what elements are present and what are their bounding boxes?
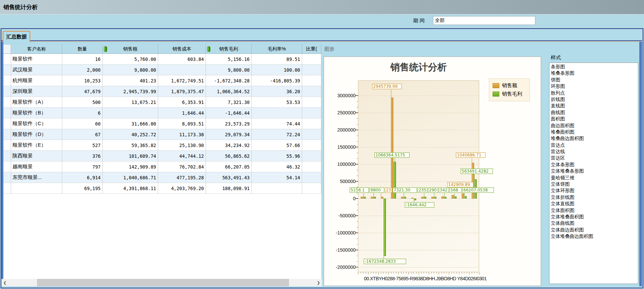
table-row[interactable]: 顺景软件（A）50013,675.216,353.917,321.3053.53 (3, 97, 321, 108)
grid-line (358, 96, 479, 96)
cell-proportion (302, 65, 321, 75)
data-label: -1646.442 (405, 202, 434, 208)
table-total-row[interactable]: 69,1954,391,868.114,203,769.20188,098.91 (3, 183, 321, 194)
bar-sales-11 (472, 163, 474, 198)
style-list-item[interactable]: 直线图 (549, 103, 638, 109)
style-list-item[interactable]: 堆叠条形图 (549, 70, 638, 76)
column-header-margin-pct[interactable]: 毛利率% (252, 45, 302, 54)
style-list-item[interactable]: 堆叠面积图 (549, 129, 638, 135)
style-list-item[interactable]: 条形图 (549, 64, 638, 70)
cell-sales-cost: 76,702.84 (158, 161, 206, 172)
y-axis-minor-tick (357, 158, 358, 159)
y-axis-label: 1500000 (326, 144, 356, 150)
cell-quantity: 16 (62, 54, 103, 65)
style-list-item[interactable]: 堆叠曲边面积图 (549, 135, 638, 142)
table-row[interactable]: 顺景软件（D）6740,252.7211,173.3829,079.3472.2… (3, 129, 321, 140)
column-header-sales-amount[interactable]: 销售额 (103, 45, 158, 54)
style-list-item[interactable]: 立体环形图 (549, 187, 638, 194)
cell-row-header (3, 151, 11, 161)
x-axis-tick (472, 272, 472, 274)
style-list-item[interactable]: 折线图 (549, 96, 638, 103)
style-list-item[interactable]: 立体饼图 (549, 181, 638, 187)
grid-line (358, 250, 479, 250)
table-row[interactable]: 越南顺景797142,909.8976,702.8466,207.0546.32 (3, 161, 321, 172)
x-axis-tick (477, 272, 477, 274)
grid-line (358, 130, 479, 130)
table-row[interactable]: 顺景软件（C）6031,666.808,093.5123,573.2974.44 (3, 118, 321, 129)
y-axis-minor-tick (357, 170, 358, 170)
cell-customer-name (11, 183, 62, 194)
cell-margin-pct: 100.00 (252, 65, 302, 75)
cell-quantity: 69,195 (62, 183, 103, 194)
style-list-item[interactable]: 曲线图 (549, 109, 638, 116)
column-header-sales-cost[interactable]: 销售成本 (158, 45, 206, 54)
table-row[interactable]: 顺景软件165,760.00603.845,156.1689.51 (3, 54, 321, 65)
style-list-item[interactable]: 立体曲线图 (549, 220, 638, 226)
x-axis-tick (444, 272, 444, 274)
scroll-left-button[interactable]: ❮ (1, 279, 8, 286)
tab-summary-data[interactable]: 汇总数据 (3, 31, 30, 42)
cell-gross-profit: 563,491.43 (206, 172, 252, 183)
y-axis-major-tick (356, 232, 358, 233)
cell-sales-cost: 1,879,375.47 (158, 86, 206, 97)
cell-sales-cost: 4,203,769.20 (158, 183, 206, 194)
currency-status-icon (104, 46, 107, 52)
style-listbox[interactable]: 条形图堆叠条形图饼图环形图散列点折线图直线图曲线图面积图曲边面积图堆叠面积图堆叠… (549, 63, 638, 284)
style-list-item[interactable]: 雷达线 (549, 148, 638, 155)
x-axis-tick (383, 272, 384, 274)
table-row[interactable]: 深圳顺景47,6792,945,739.991,879,375.471,066,… (3, 86, 321, 97)
style-list-item[interactable]: 立体堆叠条形图 (549, 168, 638, 174)
y-axis-major-tick (356, 198, 358, 199)
style-list-item[interactable]: 立体折线图 (549, 194, 638, 201)
data-label: 563491.4282 (461, 169, 493, 174)
period-input[interactable] (433, 16, 535, 25)
style-list-item[interactable]: 雷达点 (549, 142, 638, 148)
table-row[interactable]: 杭州顺景10,253401.231,672,749.51-1,672,348.2… (3, 75, 321, 86)
data-label: 9800 (369, 187, 384, 193)
legend-profit-label: 销售毛利 (502, 91, 522, 97)
panel-divider-line (1, 40, 642, 41)
data-label: 7321.30 (393, 187, 417, 193)
data-label-leader (474, 174, 475, 179)
table-row[interactable]: 顺景软件（E）52759,365.8225,130.9034,234.9257.… (3, 140, 321, 151)
scrollbar-thumb[interactable] (37, 279, 289, 286)
cell-row-header (3, 97, 11, 108)
style-list-item[interactable]: 立体直线图 (549, 201, 638, 207)
style-list-item[interactable]: 曲边面积图 (549, 122, 638, 129)
style-list-item[interactable]: 立体曲边面积图 (549, 227, 638, 233)
style-list-item[interactable]: 立体堆叠面积图 (549, 214, 638, 220)
style-list-item[interactable]: 立体堆叠曲边面积图 (549, 233, 638, 240)
style-list-item[interactable]: 环形图 (549, 83, 638, 89)
column-header-quantity[interactable]: 数量 (62, 45, 103, 54)
column-header-gross-profit[interactable]: 销售毛利 (206, 45, 252, 54)
y-axis-minor-tick (357, 239, 358, 239)
style-list-item[interactable]: 曼哈顿三维 (549, 175, 638, 181)
style-list-item[interactable]: 雷达区 (549, 155, 638, 161)
style-list-item[interactable]: 散列点 (549, 90, 638, 96)
table-row[interactable]: 顺景软件（B）61,646.44-1,646.44 (3, 108, 321, 118)
style-list-item[interactable]: 面积图 (549, 116, 638, 122)
data-label-leader (373, 193, 374, 197)
column-header-customer-name[interactable]: 客户名称 (11, 45, 62, 54)
y-axis-major-tick (356, 250, 358, 250)
x-axis-tick (467, 272, 467, 274)
cell-sales-cost: 1,672,749.51 (158, 75, 206, 86)
table-row[interactable]: 武汉顺景2,0009,800.009,800.00100.00 (3, 65, 321, 75)
style-list-item[interactable]: 立体条形图 (549, 161, 638, 168)
cell-sales-cost: 603.84 (158, 54, 206, 65)
cell-sales-cost: 6,353.91 (158, 97, 206, 108)
table-row[interactable]: 陕西顺景376101,609.7444,744.1256,865.6255.96 (3, 151, 321, 161)
cell-row-header (3, 118, 11, 129)
horizontal-scrollbar[interactable]: ❮ ❯ (1, 279, 322, 286)
style-list-item[interactable]: 立体面积图 (549, 207, 638, 214)
table-row[interactable]: 东莞市顺景...6,9141,040,686.71477,195.28563,4… (3, 172, 321, 183)
x-axis-tick (396, 272, 396, 274)
grid-line (358, 164, 479, 165)
cell-quantity: 10,253 (62, 75, 103, 86)
style-list-item[interactable]: 饼图 (549, 77, 638, 83)
scroll-right-button[interactable]: ❯ (315, 279, 322, 286)
column-header-proportion[interactable]: 比重( (302, 45, 321, 54)
filter-bar (0, 14, 644, 27)
data-label: -1672348.2833 (364, 259, 406, 264)
cell-sales-amount: 401.23 (103, 75, 158, 86)
